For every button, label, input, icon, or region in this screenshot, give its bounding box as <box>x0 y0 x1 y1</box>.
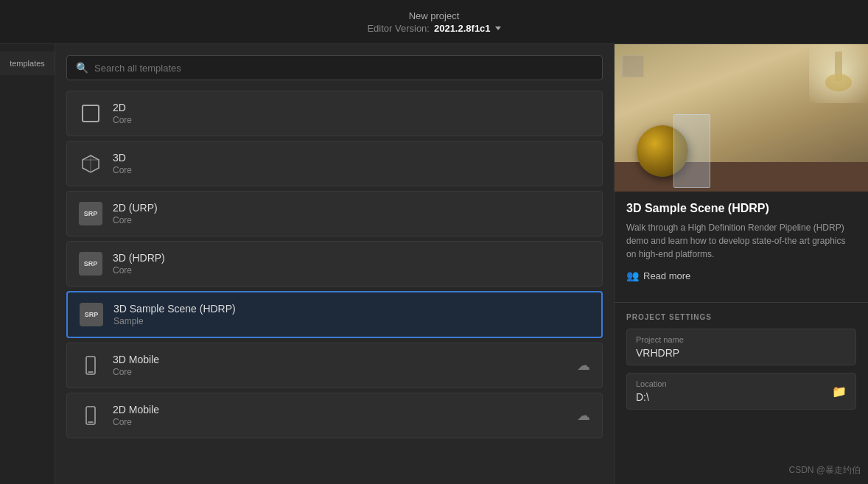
location-value[interactable]: D:\ <box>636 391 847 403</box>
template-item-3d-hdrp[interactable]: SRP 3D (HDRP) Core <box>66 241 603 287</box>
sidebar-item-templates[interactable]: templates <box>0 52 55 75</box>
template-item-2d-mobile[interactable]: 2D Mobile Core ☁ <box>66 393 603 438</box>
scene-glass <box>673 114 710 188</box>
srp-badge: SRP <box>80 303 103 326</box>
template-item-3d[interactable]: 3D Core <box>66 141 603 186</box>
template-icon-cube <box>79 152 102 175</box>
template-info: 3D Core <box>113 152 132 175</box>
project-name-label: Project name <box>636 335 847 344</box>
template-name: 2D <box>113 102 132 113</box>
template-item-3d-mobile[interactable]: 3D Mobile Core ☁ <box>66 343 603 388</box>
srp-badge: SRP <box>79 202 102 225</box>
template-item-3d-sample-hdrp[interactable]: SRP 3D Sample Scene (HDRP) Sample <box>66 291 603 338</box>
center-panel: 🔍 2D Core 3D Core SRP <box>55 44 614 484</box>
template-info: 2D Mobile Core <box>113 404 159 427</box>
cloud-icon: ☁ <box>577 407 590 424</box>
top-bar: New project Editor Version: 2021.2.8f1c1 <box>0 0 868 44</box>
sidebar: templates <box>0 44 55 484</box>
srp-badge: SRP <box>79 252 102 276</box>
search-bar: 🔍 <box>66 55 603 80</box>
location-label: Location <box>636 379 847 388</box>
template-category: Sample <box>113 316 236 326</box>
csdn-watermark: CSDN @暴走约伯 <box>788 464 861 477</box>
right-panel: 3D Sample Scene (HDRP) Walk through a Hi… <box>614 44 868 484</box>
divider <box>615 302 868 303</box>
template-name: 3D <box>113 152 132 164</box>
template-category: Core <box>113 265 165 276</box>
template-info: 3D Sample Scene (HDRP) Sample <box>113 303 236 326</box>
templates-list: 2D Core 3D Core SRP 2D (URP) Core SRP 3D… <box>66 91 603 443</box>
scene-decoration <box>622 55 644 77</box>
search-icon: 🔍 <box>76 62 88 74</box>
read-more-label: Read more <box>643 270 690 281</box>
preview-title: 3D Sample Scene (HDRP) <box>626 202 856 215</box>
version-row: Editor Version: 2021.2.8f1c1 <box>367 23 500 34</box>
project-name-field: Project name VRHDRP <box>626 329 856 365</box>
preview-info: 3D Sample Scene (HDRP) Walk through a Hi… <box>615 192 868 292</box>
template-info: 3D Mobile Core <box>113 354 159 377</box>
template-item-2d-urp[interactable]: SRP 2D (URP) Core <box>66 191 603 236</box>
preview-scene <box>615 44 868 192</box>
project-settings-label: PROJECT SETTINGS <box>615 313 868 321</box>
template-name: 2D Mobile <box>113 404 159 415</box>
version-value: 2021.2.8f1c1 <box>434 23 491 34</box>
main-layout: templates 🔍 2D Core 3D <box>0 44 868 484</box>
preview-description: Walk through a High Definition Render Pi… <box>626 221 856 261</box>
location-field: Location D:\ 📁 <box>626 373 856 410</box>
preview-image <box>615 44 868 192</box>
template-category: Core <box>113 367 159 377</box>
template-info: 3D (HDRP) Core <box>113 252 165 276</box>
template-name: 3D Mobile <box>113 354 159 365</box>
template-info: 2D (URP) Core <box>113 202 158 225</box>
cloud-icon: ☁ <box>577 357 590 373</box>
template-name: 3D (HDRP) <box>113 252 165 264</box>
template-category: Core <box>113 417 159 427</box>
read-more-button[interactable]: 👥 Read more <box>626 270 690 281</box>
folder-icon[interactable]: 📁 <box>832 385 847 399</box>
template-icon-phone <box>79 354 102 377</box>
search-input[interactable] <box>94 63 593 74</box>
template-category: Core <box>113 165 132 175</box>
template-name: 3D Sample Scene (HDRP) <box>113 303 236 315</box>
template-category: Core <box>113 115 132 125</box>
people-icon: 👥 <box>626 270 639 281</box>
svg-rect-0 <box>83 105 99 122</box>
version-label: Editor Version: <box>367 23 430 34</box>
template-category: Core <box>113 215 158 225</box>
template-name: 2D (URP) <box>113 202 158 214</box>
svg-point-9 <box>825 74 852 91</box>
template-icon-square <box>79 102 102 125</box>
scene-lamp-icon <box>824 52 853 96</box>
project-name-value[interactable]: VRHDRP <box>636 347 847 359</box>
new-project-title: New project <box>409 10 460 21</box>
template-info: 2D Core <box>113 102 132 125</box>
template-item-2d[interactable]: 2D Core <box>66 91 603 136</box>
template-icon-phone <box>79 404 102 427</box>
version-dropdown-icon[interactable] <box>495 27 501 30</box>
